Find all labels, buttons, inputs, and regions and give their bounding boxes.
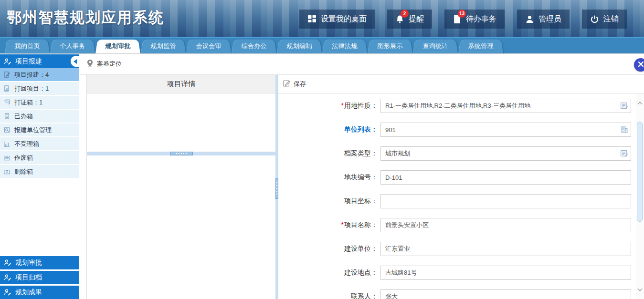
- sidebar-section-label: 规划成果: [15, 288, 42, 297]
- edit-pencil-icon: [283, 79, 291, 89]
- tab-meeting-review[interactable]: 会议会审: [186, 40, 231, 53]
- tab-laws-regulations[interactable]: 法律法规: [322, 40, 367, 53]
- person-edit-icon: [4, 58, 11, 65]
- save-label: 保存: [294, 80, 306, 88]
- sidebar-item-returned-projects[interactable]: 打回项目：1: [0, 82, 79, 96]
- tab-planning-supervision[interactable]: 规划监管: [141, 40, 186, 53]
- sidebar-item-label: 不受理箱: [14, 140, 39, 148]
- main-nav: 我的首页 个人事务 规划审批 规划监管 会议会审 综合办公 规划编制 法律法规 …: [0, 38, 644, 54]
- tab-my-home[interactable]: 我的首页: [5, 40, 50, 53]
- plot-number-input[interactable]: [380, 170, 631, 185]
- sidebar-item-certificate-box[interactable]: 打证箱：1: [0, 96, 79, 110]
- edit-note-icon[interactable]: [620, 149, 628, 157]
- project-coords-label: 项目坐标：: [278, 197, 378, 206]
- scrollbar-thumb[interactable]: [637, 122, 643, 222]
- tab-personal-affairs[interactable]: 个人事务: [50, 40, 95, 53]
- sidebar-item-label: 项目报建：4: [14, 71, 49, 79]
- tab-planning-approval[interactable]: 规划审批: [95, 40, 140, 53]
- save-button[interactable]: 保存: [283, 79, 306, 89]
- person-edit-icon: [4, 259, 11, 267]
- admin-label: 管理员: [538, 14, 561, 24]
- sidebar-item-label: 报建单位管理: [14, 126, 52, 134]
- contact-person-input[interactable]: [380, 289, 631, 299]
- tab-query-statistics[interactable]: 查询统计: [413, 40, 458, 53]
- tab-label: 规划编制: [286, 42, 313, 50]
- tab-label: 规划审批: [105, 42, 131, 50]
- unit-list-label[interactable]: 单位列表：: [278, 125, 378, 134]
- sidebar-item-delete-box[interactable]: 删除箱: [0, 165, 79, 179]
- scroll-up-icon[interactable]: [636, 99, 644, 106]
- sidebar-section-label: 规划审批: [15, 258, 42, 267]
- unit-search-icon: [3, 126, 11, 134]
- person-edit-icon: [4, 289, 11, 296]
- required-mark: *: [341, 221, 344, 228]
- form-row: *用地性质：: [278, 99, 644, 113]
- tab-label: 系统管理: [468, 42, 494, 50]
- tab-label: 查询统计: [422, 42, 449, 50]
- archive-type-label: 档案类型：: [278, 149, 378, 158]
- unit-list-input[interactable]: [380, 123, 631, 137]
- tab-system-management[interactable]: 系统管理: [458, 40, 503, 53]
- sidebar-item-completed-box[interactable]: 已办箱: [0, 110, 79, 124]
- case-locate-button[interactable]: 案卷定位: [86, 59, 122, 69]
- project-coords-input[interactable]: [380, 194, 631, 208]
- project-name-input[interactable]: [380, 218, 631, 232]
- tab-label: 个人事务: [60, 42, 86, 50]
- header-actions: 设置我的桌面 2 提醒 13 待办事务 管理员: [299, 10, 627, 29]
- admin-user-button[interactable]: 管理员: [517, 10, 570, 29]
- archive-type-input[interactable]: [380, 146, 631, 161]
- doc-return-icon: [3, 85, 11, 92]
- contact-person-label: 联系人：: [278, 292, 378, 299]
- bell-icon: 2: [395, 15, 404, 24]
- form-scrollbar[interactable]: [636, 93, 644, 299]
- sidebar-section-project-submission[interactable]: 项目报建: [0, 54, 79, 68]
- construction-unit-input[interactable]: [380, 242, 631, 256]
- sidebar-collapse-button[interactable]: [71, 56, 79, 67]
- tab-planning-compilation[interactable]: 规划编制: [277, 40, 322, 53]
- sidebar-item-label: 打证箱：1: [14, 98, 42, 107]
- sidebar-item-void-box[interactable]: 作废箱: [0, 151, 79, 165]
- set-desktop-button[interactable]: 设置我的桌面: [299, 10, 375, 29]
- tab-label: 综合办公: [241, 42, 267, 50]
- done-box-icon: [3, 113, 11, 120]
- sidebar-section-project-archive[interactable]: 项目归档: [0, 271, 79, 284]
- tab-graphic-display[interactable]: 图形展示: [368, 40, 412, 53]
- map-pin-icon: [86, 59, 94, 69]
- logout-label: 注销: [603, 14, 619, 24]
- form-row: 地块编号：: [278, 170, 644, 185]
- horizontal-splitter[interactable]: [87, 152, 275, 155]
- sidebar-item-project-submission[interactable]: 项目报建：4: [0, 68, 79, 82]
- logout-button[interactable]: 注销: [582, 10, 627, 29]
- project-detail-title: 项目详情: [87, 75, 275, 93]
- sidebar-item-label: 作废箱: [14, 154, 33, 162]
- building-icon[interactable]: [620, 125, 628, 134]
- tab-label: 会议会审: [196, 42, 222, 50]
- form-row: *项目名称：: [278, 218, 644, 232]
- sidebar-section-planning-approval[interactable]: 规划审批: [0, 256, 79, 269]
- reminder-badge: 2: [401, 10, 409, 18]
- scroll-down-icon[interactable]: [636, 286, 644, 293]
- land-use-input[interactable]: [380, 99, 631, 113]
- form-row: 档案类型：: [278, 146, 644, 161]
- sidebar-item-rejected-box[interactable]: 不受理箱: [0, 137, 79, 151]
- todo-tasks-button[interactable]: 13 待办事务: [444, 10, 505, 29]
- sidebar: 项目报建 项目报建：4 打回项目：1 打证箱：1 已办箱 报建单位管理 不受理箱…: [0, 54, 79, 299]
- splitter-drag-handle[interactable]: [170, 152, 193, 155]
- close-button[interactable]: [634, 58, 644, 72]
- person-edit-icon: [4, 274, 11, 281]
- form-toolbar: 保存: [278, 75, 644, 93]
- sidebar-section-planning-results[interactable]: 规划成果: [0, 286, 79, 299]
- tab-general-office[interactable]: 综合办公: [232, 40, 276, 53]
- set-desktop-label: 设置我的桌面: [321, 14, 367, 24]
- construction-site-input[interactable]: [380, 266, 631, 280]
- edit-note-icon[interactable]: [620, 102, 628, 110]
- reminder-button[interactable]: 2 提醒: [387, 10, 432, 29]
- tab-label: 规划监管: [150, 42, 177, 50]
- construction-site-label: 建设地点：: [278, 268, 378, 277]
- form-row: 联系人：: [278, 289, 644, 299]
- project-detail-panel: 项目详情: [86, 75, 275, 299]
- content-toolbar: 案卷定位: [80, 54, 644, 75]
- power-icon: [590, 15, 599, 24]
- sidebar-item-unit-management[interactable]: 报建单位管理: [0, 124, 79, 137]
- case-locate-label: 案卷定位: [97, 60, 122, 68]
